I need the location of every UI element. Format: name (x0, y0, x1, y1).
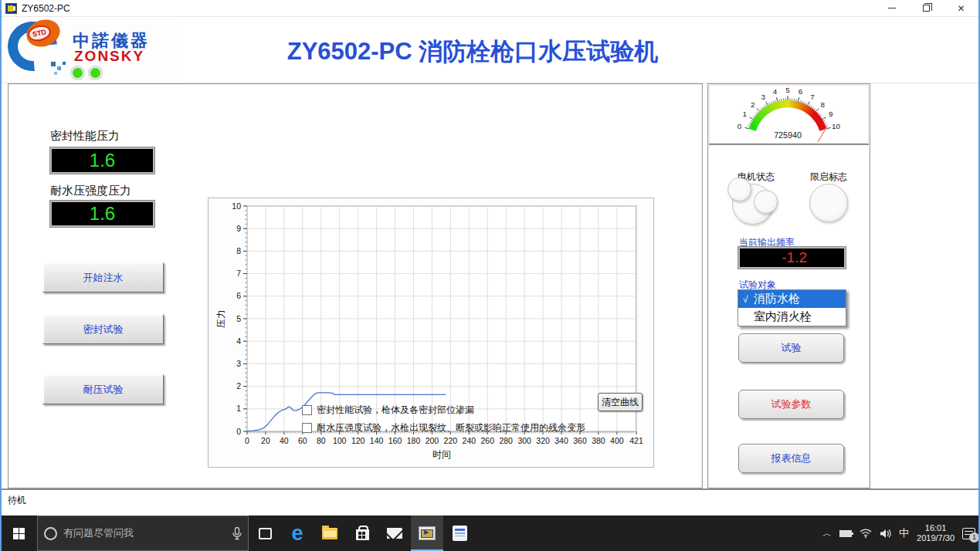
option-label: 室内消火栓 (754, 309, 812, 324)
title-bar: ZY6502-PC ✕ (2, 0, 978, 17)
logo-green-dot (71, 66, 84, 79)
labview-app-button[interactable] (411, 516, 443, 551)
main-panel: 密封性能压力 1.6 耐水压强度压力 1.6 开始注水 密封试验 耐压试验 01… (8, 83, 703, 488)
cortana-icon (44, 527, 57, 540)
folder-icon (322, 528, 337, 539)
seal-result-checkbox[interactable] (302, 405, 312, 415)
report-info-button[interactable]: 报表信息 (738, 444, 844, 473)
output-frequency-display: -1.2 (738, 247, 846, 269)
svg-text:9: 9 (236, 224, 241, 233)
motor-status-sub-indicator (727, 177, 751, 201)
gauge-box: 012345678910725940 (709, 85, 869, 145)
page-title: ZY6502-PC 消防栓枪口水压试验机 (233, 35, 712, 68)
svg-text:0: 0 (245, 436, 249, 445)
start-fill-button[interactable]: 开始注水 (42, 262, 164, 292)
svg-text:100: 100 (333, 436, 347, 445)
svg-text:200: 200 (426, 436, 439, 445)
limit-flag-indicator (809, 184, 848, 222)
restore-icon (923, 5, 930, 12)
window-title: ZY6502-PC (22, 3, 70, 14)
labview-icon (419, 526, 436, 540)
battery-icon[interactable] (839, 530, 852, 537)
logo-swoosh-icon (0, 12, 67, 81)
svg-text:7: 7 (810, 93, 815, 101)
close-button[interactable]: ✕ (944, 0, 978, 16)
right-panel: 012345678910725940 电机状态 限启标志 当前输出频率 -1.2… (707, 83, 870, 488)
test-object-option-selected[interactable]: √ 消防水枪 (738, 290, 846, 308)
svg-text:10: 10 (232, 201, 241, 211)
seal-test-button[interactable]: 密封试验 (42, 314, 164, 344)
company-logo: STD 中諾儀器 ZONSKY (6, 19, 182, 82)
option-label: 消防水枪 (754, 292, 800, 306)
restore-button[interactable] (909, 0, 944, 16)
svg-text:400: 400 (610, 436, 624, 445)
svg-text:340: 340 (554, 436, 568, 445)
logo-green-dot (89, 66, 102, 79)
svg-text:140: 140 (370, 436, 384, 445)
svg-text:8: 8 (236, 246, 241, 255)
strength-result-checkbox[interactable] (302, 423, 312, 433)
start-button[interactable] (0, 516, 37, 551)
test-button[interactable]: 试验 (738, 333, 844, 363)
svg-text:180: 180 (407, 436, 421, 445)
file-explorer-button[interactable] (314, 516, 346, 551)
svg-text:220: 220 (444, 436, 458, 445)
seal-pressure-display: 1.6 (50, 147, 154, 174)
svg-text:40: 40 (280, 436, 289, 445)
logo-company-name-en: ZONSKY (74, 48, 144, 65)
seal-pressure-label: 密封性能压力 (50, 129, 120, 144)
store-button[interactable] (346, 516, 378, 551)
app-window: ZY6502-PC ✕ STD 中諾儀器 ZONSKY ZY6502-PC 消防… (0, 0, 980, 551)
action-center-icon[interactable]: 1 (962, 528, 975, 539)
pressure-test-button[interactable]: 耐压试验 (42, 374, 164, 404)
svg-text:60: 60 (298, 436, 307, 445)
svg-text:2: 2 (236, 381, 241, 390)
svg-text:2: 2 (751, 100, 755, 109)
clear-curve-button[interactable]: 清空曲线 (598, 393, 643, 411)
test-params-button[interactable]: 试验参数 (738, 390, 844, 419)
mail-button[interactable] (378, 516, 411, 551)
wps-writer-button[interactable] (443, 516, 476, 551)
svg-text:5: 5 (785, 86, 790, 94)
mail-icon (387, 528, 402, 539)
svg-text:7: 7 (236, 269, 241, 278)
microphone-icon (232, 527, 242, 540)
svg-text:3: 3 (761, 93, 765, 101)
speaker-icon[interactable] (880, 529, 891, 539)
notification-badge: 1 (969, 532, 979, 543)
svg-text:260: 260 (480, 436, 494, 445)
svg-text:380: 380 (592, 436, 605, 445)
svg-text:320: 320 (536, 436, 550, 445)
seal-result-row: 密封性能试验，枪体及各密封部位渗漏 (302, 404, 474, 417)
svg-text:1: 1 (743, 110, 748, 118)
clock-time: 16:01 (917, 523, 955, 533)
svg-text:8: 8 (821, 100, 826, 109)
cortana-search-box[interactable]: 有问题尽管问我 (37, 516, 249, 551)
seal-pressure-value: 1.6 (90, 150, 115, 171)
svg-text:6: 6 (799, 87, 803, 96)
windows-logo-icon (13, 528, 25, 539)
motor-status-sub-indicator (754, 190, 778, 214)
logo-pixel (63, 62, 66, 65)
svg-text:725940: 725940 (774, 130, 802, 140)
svg-text:240: 240 (463, 436, 476, 445)
seal-result-label: 密封性能试验，枪体及各密封部位渗漏 (317, 404, 474, 417)
output-frequency-value: -1.2 (782, 249, 807, 266)
clock-date: 2019/7/30 (917, 533, 955, 543)
checkmark-icon: √ (743, 294, 754, 305)
store-bag-icon (356, 529, 369, 540)
svg-text:280: 280 (499, 436, 513, 445)
document-icon (453, 526, 467, 541)
task-view-button[interactable] (249, 516, 281, 551)
svg-text:1: 1 (236, 404, 241, 413)
ime-indicator[interactable]: 中 (899, 526, 909, 540)
wifi-icon[interactable] (860, 529, 872, 538)
logo-pixel (54, 72, 57, 75)
edge-browser-button[interactable]: e (281, 516, 314, 551)
taskbar-clock[interactable]: 16:01 2019/7/30 (917, 523, 955, 543)
minimize-button[interactable] (874, 0, 909, 16)
tray-chevron-icon[interactable]: ︿ (822, 527, 832, 540)
svg-text:时间: 时间 (432, 449, 451, 460)
svg-text:20: 20 (261, 436, 270, 445)
test-object-option[interactable]: 室内消火栓 (738, 308, 846, 326)
